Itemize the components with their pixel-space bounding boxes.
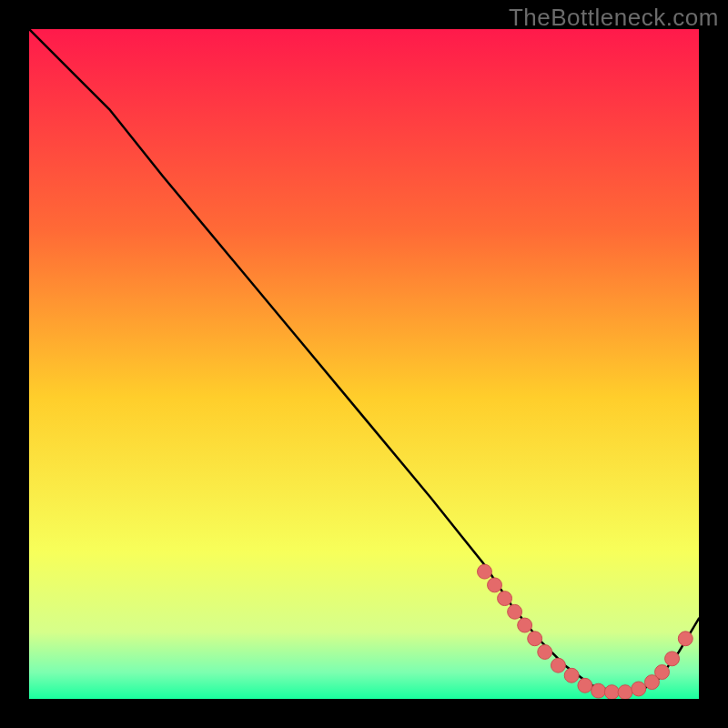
gradient-background bbox=[29, 29, 699, 699]
bottleneck-chart bbox=[29, 29, 699, 699]
curve-marker bbox=[488, 578, 502, 592]
curve-marker bbox=[604, 685, 619, 699]
curve-marker bbox=[618, 685, 632, 699]
curve-marker bbox=[538, 645, 552, 660]
curve-marker bbox=[528, 632, 542, 646]
plot-area bbox=[27, 27, 701, 701]
curve-marker bbox=[564, 668, 579, 682]
curve-marker bbox=[551, 658, 565, 672]
curve-marker bbox=[518, 618, 532, 632]
curve-marker bbox=[632, 682, 646, 696]
curve-marker bbox=[655, 665, 670, 680]
curve-marker bbox=[665, 652, 680, 666]
watermark-label: TheBottleneck.com bbox=[509, 4, 719, 32]
curve-marker bbox=[508, 604, 522, 619]
curve-marker bbox=[678, 632, 693, 646]
curve-marker bbox=[478, 564, 492, 579]
curve-marker bbox=[498, 592, 512, 606]
chart-frame: TheBottleneck.com bbox=[0, 0, 728, 728]
curve-marker bbox=[578, 678, 592, 693]
curve-marker bbox=[592, 683, 606, 698]
